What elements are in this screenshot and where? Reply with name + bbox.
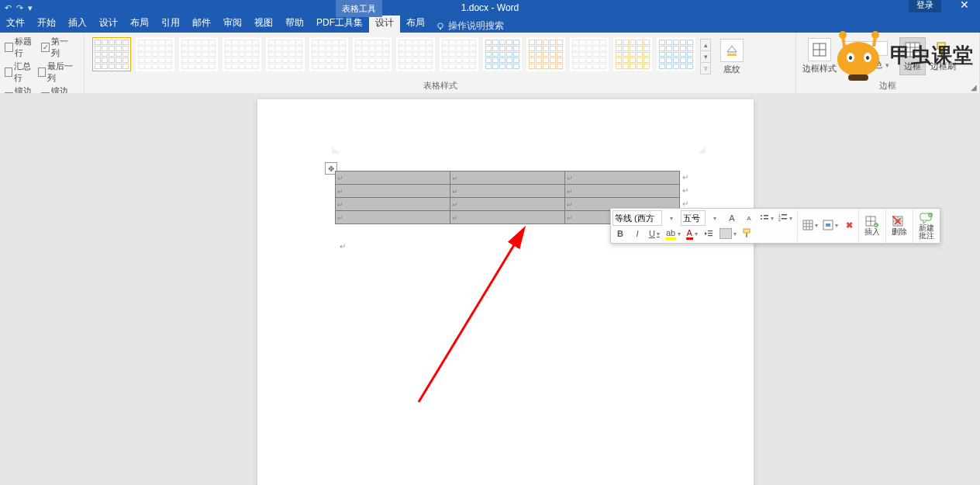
document-workspace[interactable]: ✥ ↵↵↵ ↵↵↵ ↵↵↵ ↵↵↵ ↵↵↵↵ ↵ [0,93,980,485]
chk-header-row-label: 标题行 [15,36,38,59]
svg-rect-25 [744,229,750,233]
mini-font-size-dd[interactable]: ▾ [707,211,723,225]
gallery-expand[interactable]: ▿ [701,63,710,74]
table-style-thumb-14[interactable] [657,37,695,71]
document-title: 1.docx - Word [461,2,519,13]
table-style-thumb-3[interactable] [179,37,218,71]
mini-bullets[interactable] [758,211,775,225]
table-style-thumb-8[interactable] [396,37,435,71]
border-painter-icon [934,40,953,59]
quick-access-toolbar: ↶ ↷ ▾ [0,3,33,13]
tab-design[interactable]: 设计 [93,13,124,33]
paragraph-mark: ↵ [340,242,346,251]
delete-icon [892,216,906,228]
chk-header-row[interactable]: 标题行 [5,36,38,59]
mini-new-comment[interactable]: + 新建 批注 [913,209,940,243]
mini-table-style[interactable] [801,218,820,232]
table-style-thumb-6[interactable] [309,37,348,71]
chk-last-col[interactable]: 最后一列 [38,61,75,84]
mini-bold[interactable]: B [612,227,628,241]
borders-button[interactable]: 边框 [899,37,926,75]
tab-references[interactable]: 引用 [155,13,186,33]
gallery-scroll-down[interactable]: ▾ [701,51,710,63]
cell-mark: ↵ [452,201,458,209]
mini-numbering[interactable]: 12 [777,211,794,225]
chk-total-row[interactable]: 汇总行 [5,61,35,84]
borders-dialog-launcher[interactable]: ◢ [971,83,977,92]
qat-more-button[interactable]: ▾ [28,3,33,13]
mini-new-comment-label2: 批注 [919,232,934,240]
svg-rect-15 [764,215,768,217]
table-style-thumb-1[interactable] [92,37,131,71]
tab-home[interactable]: 开始 [31,13,62,33]
table-style-thumb-13[interactable] [613,37,652,71]
shading-button[interactable]: 底纹 [719,37,745,77]
tab-mailings[interactable]: 邮件 [186,13,217,33]
tab-review[interactable]: 审阅 [217,13,248,33]
mini-highlight[interactable]: ab [664,227,682,241]
table-style-thumb-2[interactable] [136,37,174,71]
context-tab-label: 表格工具 [336,0,382,17]
undo-button[interactable]: ↶ [5,3,12,13]
tab-help[interactable]: 帮助 [279,13,310,33]
tab-table-layout[interactable]: 布局 [400,13,431,33]
table-style-thumb-12[interactable] [570,37,609,71]
table-style-thumb-4[interactable] [223,37,261,71]
tab-layout[interactable]: 布局 [124,13,155,33]
table-style-thumb-5[interactable] [266,37,305,71]
svg-rect-6 [906,43,920,57]
group-title-table-styles: 表格样式 [89,80,791,93]
mini-insert[interactable]: + 插入 [858,209,885,243]
mini-underline[interactable]: U [647,227,662,241]
mini-font-size[interactable] [681,210,706,226]
mini-font-family[interactable] [612,210,662,226]
mini-font-family-dd[interactable]: ▾ [664,211,679,225]
redo-button[interactable]: ↷ [16,3,23,13]
lightbulb-icon [436,22,445,31]
border-styles-button[interactable]: 边框样式 [801,36,838,76]
mini-shading[interactable] [718,227,738,241]
svg-point-0 [438,23,443,27]
mini-delete-x[interactable]: ✖ [841,218,857,232]
svg-rect-12 [940,49,943,56]
tab-insert[interactable]: 插入 [62,13,93,33]
insert-icon: + [865,216,879,228]
mini-shrink-font[interactable]: A [741,211,757,225]
gallery-scroll-up[interactable]: ▴ [701,40,710,51]
table-style-thumb-7[interactable] [353,37,392,71]
tab-view[interactable]: 视图 [248,13,279,33]
mini-grow-font[interactable]: A [724,211,740,225]
tab-file[interactable]: 文件 [0,13,31,33]
table-style-thumb-10[interactable] [483,37,522,71]
mini-decrease-indent[interactable] [701,227,716,241]
new-comment-icon: + [920,212,933,224]
mini-insert-label: 插入 [864,228,880,236]
mini-delete[interactable]: 删除 [885,209,913,243]
shading-swatch-icon [719,228,732,239]
login-button[interactable]: 登录 [909,0,941,12]
table-style-thumb-9[interactable] [440,37,478,71]
chk-first-col[interactable]: ✓第一列 [41,36,74,59]
cell-mark: ↵ [567,201,573,209]
page[interactable]: ✥ ↵↵↵ ↵↵↵ ↵↵↵ ↵↵↵ ↵↵↵↵ ↵ [257,99,754,485]
svg-rect-27 [803,220,813,230]
mini-font-color[interactable]: A [684,227,699,241]
mini-align[interactable] [821,218,840,232]
ribbon-tabs: 文件 开始 插入 设计 布局 引用 邮件 审阅 视图 帮助 PDF工具集 设计 … [0,16,980,33]
mini-toolbar: ▾ ▾ A A 12 B I U ab A [610,208,940,244]
table-style-gallery: ▴ ▾ ▿ 底纹 [89,34,791,80]
outdent-icon [704,229,713,238]
table-style-thumb-11[interactable] [526,37,565,71]
window-close-button[interactable]: ✕ [960,0,969,11]
pen-color-dropdown[interactable]: 笔颜色▾ [843,59,895,71]
mini-format-painter[interactable] [740,227,755,241]
numbering-icon: 12 [778,213,788,223]
tell-me-search[interactable]: 操作说明搜索 [436,19,504,33]
pen-weight-dropdown[interactable]: 0.5 磅▾ [843,41,895,56]
borders-label: 边框 [904,61,921,72]
mini-italic[interactable]: I [630,227,645,241]
svg-rect-21 [782,218,787,220]
svg-text:2: 2 [778,217,781,222]
svg-rect-26 [746,233,747,237]
border-painter-button[interactable]: 边框刷 [930,40,956,72]
